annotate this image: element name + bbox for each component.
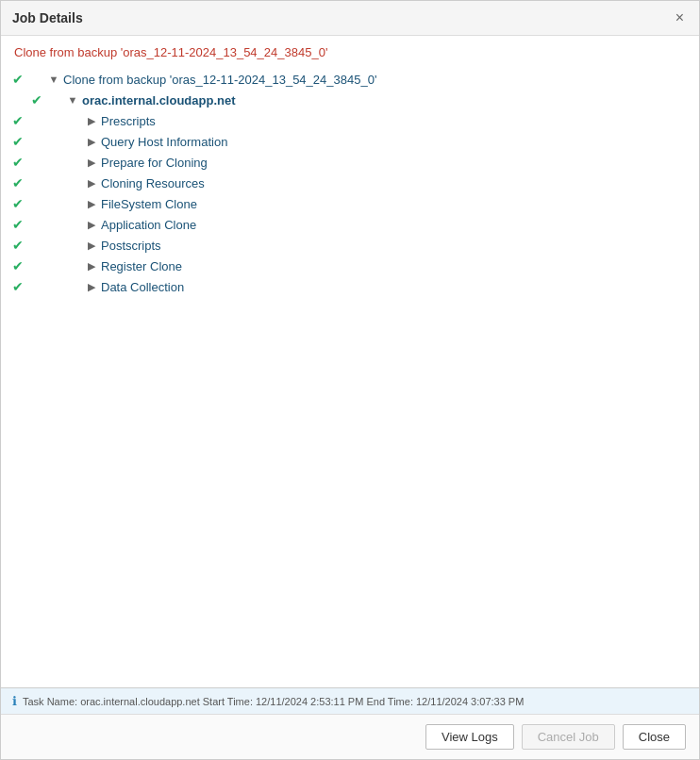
- tree-item-application-clone[interactable]: ✔ ▶ Application Clone: [8, 214, 692, 235]
- item-0-check-icon: ✔: [8, 113, 27, 128]
- close-button[interactable]: Close: [623, 724, 686, 750]
- view-logs-button[interactable]: View Logs: [425, 724, 514, 750]
- host-expand-icon: ▼: [65, 94, 80, 106]
- cancel-job-button: Cancel Job: [522, 724, 615, 750]
- dialog-title: Job Details: [12, 10, 83, 25]
- root-label: Clone from backup 'oras_12-11-2024_13_54…: [63, 73, 376, 87]
- item-2-expand-icon: ▶: [84, 157, 99, 169]
- host-label: orac.internal.cloudapp.net: [82, 93, 236, 107]
- breadcrumb-title: Clone from backup 'oras_12-11-2024_13_54…: [1, 36, 699, 65]
- tree-item-postscripts[interactable]: ✔ ▶ Postscripts: [8, 235, 692, 256]
- item-6-check-icon: ✔: [8, 238, 27, 253]
- item-1-label: Query Host Information: [101, 135, 227, 149]
- status-bar: ℹ Task Name: orac.internal.cloudapp.net …: [1, 687, 699, 714]
- status-text: Task Name: orac.internal.cloudapp.net St…: [23, 696, 524, 707]
- job-details-dialog: Job Details × Clone from backup 'oras_12…: [0, 0, 700, 760]
- item-0-expand-icon: ▶: [84, 115, 99, 127]
- tree-item-cloning-resources[interactable]: ✔ ▶ Cloning Resources: [8, 173, 692, 193]
- item-2-check-icon: ✔: [8, 155, 27, 170]
- item-1-check-icon: ✔: [8, 134, 27, 149]
- item-8-expand-icon: ▶: [84, 281, 99, 293]
- item-5-expand-icon: ▶: [84, 219, 99, 231]
- item-6-label: Postscripts: [101, 239, 161, 253]
- tree-root-row[interactable]: ✔ ▼ Clone from backup 'oras_12-11-2024_1…: [8, 69, 692, 90]
- item-6-expand-icon: ▶: [84, 240, 99, 252]
- root-expand-icon: ▼: [46, 74, 61, 85]
- root-check-icon: ✔: [8, 72, 27, 87]
- tree-host-row[interactable]: ✔ ▼ orac.internal.cloudapp.net: [27, 90, 692, 110]
- item-5-check-icon: ✔: [8, 217, 27, 232]
- tree-item-data-collection[interactable]: ✔ ▶ Data Collection: [8, 276, 692, 297]
- item-3-label: Cloning Resources: [101, 176, 205, 190]
- item-7-label: Register Clone: [101, 259, 182, 273]
- dialog-header: Job Details ×: [1, 1, 699, 36]
- tree-item-query-host[interactable]: ✔ ▶ Query Host Information: [8, 131, 692, 152]
- item-8-label: Data Collection: [101, 280, 184, 294]
- tree-item-register-clone[interactable]: ✔ ▶ Register Clone: [8, 256, 692, 276]
- tree-item-filesystem-clone[interactable]: ✔ ▶ FileSystem Clone: [8, 193, 692, 214]
- item-8-check-icon: ✔: [8, 279, 27, 294]
- host-check-icon: ✔: [27, 92, 46, 107]
- item-7-check-icon: ✔: [8, 258, 27, 273]
- item-4-check-icon: ✔: [8, 196, 27, 211]
- info-icon: ℹ: [12, 694, 17, 708]
- item-4-label: FileSystem Clone: [101, 197, 197, 211]
- item-5-label: Application Clone: [101, 218, 196, 232]
- tree-area: ✔ ▼ Clone from backup 'oras_12-11-2024_1…: [1, 65, 699, 687]
- item-3-check-icon: ✔: [8, 175, 27, 190]
- item-1-expand-icon: ▶: [84, 136, 99, 148]
- dialog-footer: View Logs Cancel Job Close: [1, 714, 699, 759]
- item-0-label: Prescripts: [101, 114, 156, 128]
- item-2-label: Prepare for Cloning: [101, 156, 208, 170]
- dialog-body: Clone from backup 'oras_12-11-2024_13_54…: [1, 36, 699, 687]
- dialog-close-button[interactable]: ×: [672, 8, 688, 27]
- tree-item-prescripts[interactable]: ✔ ▶ Prescripts: [8, 110, 692, 131]
- item-4-expand-icon: ▶: [84, 198, 99, 210]
- item-3-expand-icon: ▶: [84, 177, 99, 190]
- item-7-expand-icon: ▶: [84, 260, 99, 273]
- tree-item-prepare[interactable]: ✔ ▶ Prepare for Cloning: [8, 152, 692, 173]
